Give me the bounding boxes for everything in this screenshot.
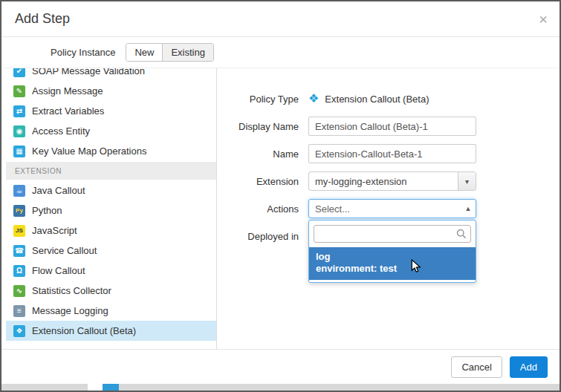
policy-instance-toggle: New Existing <box>126 43 214 62</box>
name-row: Name <box>217 144 560 163</box>
policy-type-value: Extension Callout (Beta) <box>325 94 429 105</box>
chevron-up-icon: ▲ <box>461 205 476 212</box>
actions-label: Actions <box>217 203 299 215</box>
extract-variables-icon: ⇄ <box>13 105 25 117</box>
actions-option-log[interactable]: log environment: test <box>309 247 476 280</box>
actions-row: Actions Select... ▲ <box>217 199 560 218</box>
close-icon[interactable]: × <box>539 12 548 27</box>
actions-search-wrap <box>314 225 471 243</box>
python-icon: Py <box>13 205 25 217</box>
policy-instance-existing-button[interactable]: Existing <box>162 44 213 61</box>
policy-list-item-soap-message-validation[interactable]: ✔ SOAP Message Validation <box>6 68 216 81</box>
chevron-down-icon: ▾ <box>458 172 476 190</box>
policy-type-label: Policy Type <box>217 94 299 105</box>
modal-footer: Cancel Add <box>1 349 560 384</box>
policy-list-item-message-logging[interactable]: ≡ Message Logging <box>6 301 216 321</box>
java-callout-icon: ☕ <box>13 185 25 197</box>
policy-list: ✔ SOAP Message Validation ✎ Assign Messa… <box>6 68 216 341</box>
action-option-detail: environment: test <box>316 263 469 275</box>
actions-select-placeholder: Select... <box>309 203 461 215</box>
policy-list-item-service-callout[interactable]: ☎ Service Callout <box>6 241 216 261</box>
name-label: Name <box>217 148 299 160</box>
name-input[interactable] <box>308 144 476 163</box>
page-background-strip <box>1 384 560 391</box>
soap-message-validation-icon: ✔ <box>13 68 25 77</box>
display-name-row: Display Name <box>217 117 560 136</box>
extension-callout-type-icon: ❖ <box>308 93 319 105</box>
page-fragment-blue <box>103 384 119 391</box>
modal-body: ✔ SOAP Message Validation ✎ Assign Messa… <box>1 68 560 349</box>
policy-instance-row: Policy Instance New Existing <box>1 37 560 68</box>
policy-list-panel: ✔ SOAP Message Validation ✎ Assign Messa… <box>1 68 217 349</box>
screen: Add Step × Policy Instance New Existing … <box>0 0 561 392</box>
policy-list-item-flow-callout[interactable]: Ω Flow Callout <box>6 261 216 281</box>
policy-list-item-statistics-collector[interactable]: ∿ Statistics Collector <box>6 281 216 301</box>
javascript-icon: JS <box>13 225 25 237</box>
policy-list-item-python[interactable]: Py Python <box>6 200 216 220</box>
service-callout-icon: ☎ <box>13 245 25 257</box>
add-button[interactable]: Add <box>510 356 548 378</box>
display-name-label: Display Name <box>217 121 299 132</box>
policy-type-row: Policy Type ❖ Extension Callout (Beta) <box>217 89 560 108</box>
policy-list-item-access-entity[interactable]: ◉ Access Entity <box>6 121 216 141</box>
policy-type-value-wrap: ❖ Extension Callout (Beta) <box>308 93 429 105</box>
policy-list-item-extract-variables[interactable]: ⇄ Extract Variables <box>6 101 216 121</box>
modal-title: Add Step <box>15 11 70 27</box>
access-entity-icon: ◉ <box>13 125 25 137</box>
page-fragment-white <box>88 384 103 391</box>
add-step-modal: Add Step × Policy Instance New Existing … <box>1 1 560 384</box>
policy-list-item-key-value-map-operations[interactable]: ▦ Key Value Map Operations <box>6 141 216 161</box>
extension-select[interactable]: my-logging-extension ▾ <box>308 172 476 191</box>
cancel-button[interactable]: Cancel <box>451 356 502 378</box>
policy-list-item-assign-message[interactable]: ✎ Assign Message <box>6 81 216 101</box>
assign-message-icon: ✎ <box>13 85 25 97</box>
policy-instance-label: Policy Instance <box>51 47 115 58</box>
policy-list-item-java-callout[interactable]: ☕ Java Callout <box>6 180 216 200</box>
actions-select[interactable]: Select... ▲ <box>308 199 476 218</box>
display-name-input[interactable] <box>308 117 476 136</box>
action-option-name: log <box>316 251 469 263</box>
actions-search-input[interactable] <box>314 225 471 243</box>
statistics-collector-icon: ∿ <box>13 285 25 297</box>
key-value-map-operations-icon: ▦ <box>13 146 25 157</box>
policy-list-section-header: EXTENSION <box>6 162 216 180</box>
search-icon <box>456 229 467 239</box>
modal-header: Add Step × <box>1 1 560 37</box>
deployed-in-label: Deployed in <box>217 231 299 242</box>
policy-list-item-extension-callout-beta[interactable]: ❖ Extension Callout (Beta) <box>6 321 216 341</box>
extension-label: Extension <box>217 176 299 187</box>
extension-select-value: my-logging-extension <box>309 176 458 187</box>
policy-list-item-javascript[interactable]: JS JavaScript <box>6 220 216 241</box>
actions-dropdown-panel: log environment: test <box>308 220 476 283</box>
policy-form-panel: Policy Type ❖ Extension Callout (Beta) D… <box>217 68 560 349</box>
extension-row: Extension my-logging-extension ▾ <box>217 172 560 191</box>
extension-callout-beta-icon: ❖ <box>13 325 25 337</box>
message-logging-icon: ≡ <box>13 305 25 317</box>
flow-callout-icon: Ω <box>13 265 25 277</box>
policy-instance-new-button[interactable]: New <box>126 44 162 61</box>
